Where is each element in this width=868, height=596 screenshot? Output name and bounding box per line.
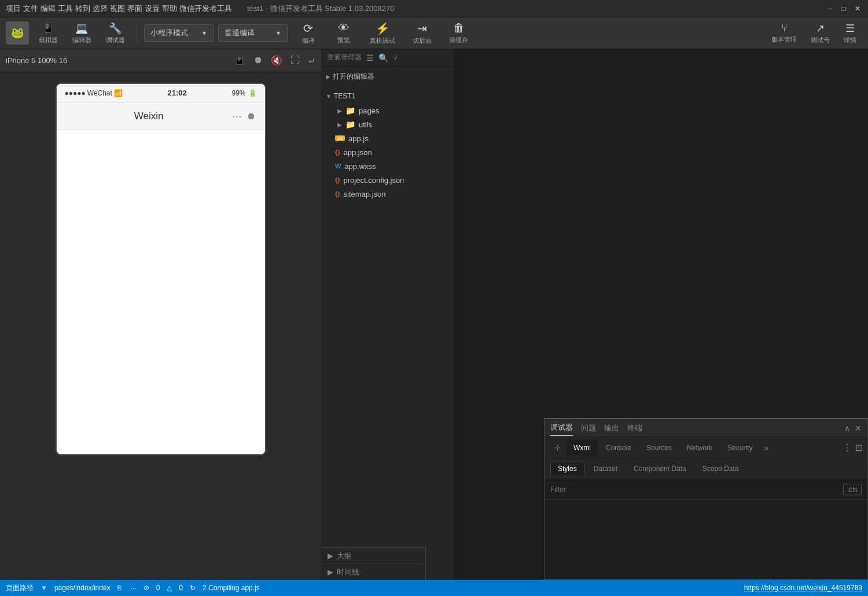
debugger-icon: 🔧 (109, 22, 122, 35)
devtools-settings: ⋮ ⊡ (843, 442, 863, 453)
csdn-url[interactable]: https://blog.csdn.net/weixin_44519789 (744, 584, 862, 592)
mode-dropdown[interactable]: 小程序模式 ▼ (144, 24, 214, 42)
menu-project[interactable]: 项目 (6, 3, 21, 14)
clear-cache-button[interactable]: 🗑 清缓存 (442, 19, 475, 47)
simulator-icon: 📱 (42, 22, 54, 35)
close-button[interactable]: ✕ (853, 4, 862, 13)
compile-action-label: 编译 (302, 36, 315, 45)
tree-search-icon[interactable]: 🔍 (378, 53, 388, 62)
scope-data-tab[interactable]: Scope Data (696, 462, 746, 475)
terminal-tab[interactable]: 终端 (627, 421, 642, 436)
status-right: 99% 🔋 (231, 89, 256, 97)
menu-help[interactable]: 帮助 (162, 3, 177, 14)
sources-tab[interactable]: Sources (639, 440, 679, 456)
project-config-file[interactable]: {} project.config.json (321, 173, 454, 187)
devtools-cursor-icon[interactable]: ⊹ (549, 440, 565, 456)
panel-expand-icon[interactable]: ∧ (844, 424, 850, 433)
cls-button[interactable]: .cls (843, 484, 862, 495)
copy-path-icon[interactable]: ⎘ (117, 584, 122, 592)
more-tabs-button[interactable]: » (760, 443, 772, 452)
utils-folder[interactable]: ▶ 📁 utils (321, 117, 454, 131)
simulator-label: 模拟器 (39, 36, 58, 45)
app-json-file[interactable]: {} app.json (321, 145, 454, 159)
pages-folder[interactable]: ▶ 📁 pages (321, 104, 454, 117)
menu-edit[interactable]: 编辑 (41, 3, 56, 14)
tree-git-icon[interactable]: ⑂ (393, 53, 398, 62)
sound-icon[interactable]: 🔇 (271, 55, 282, 66)
detail-icon: ☰ (845, 22, 855, 35)
version-manager-button[interactable]: ⑂ 版本管理 (766, 20, 803, 46)
timeline-item[interactable]: ▶ 时间线 (322, 564, 425, 580)
filter-input[interactable] (550, 485, 843, 494)
menu-view[interactable]: 视图 (110, 3, 125, 14)
menu-tools[interactable]: 工具 (58, 3, 73, 14)
real-debug-label: 真机调试 (370, 36, 395, 45)
outline-section: ▶ 大纲 ▶ 时间线 (322, 547, 426, 580)
json-file-icon-1: {} (335, 149, 340, 156)
record-nav-button[interactable]: ⏺ (247, 111, 256, 122)
path-separator: ▼ (41, 584, 47, 592)
record-icon[interactable]: ⏺ (253, 55, 263, 66)
preview-button[interactable]: 👁 预览 (328, 19, 359, 47)
menu-settings[interactable]: 设置 (145, 3, 160, 14)
more-status-icon[interactable]: ··· (131, 584, 137, 592)
real-debug-button[interactable]: ⚡ 真机调试 (363, 19, 402, 47)
battery-icon: 🔋 (248, 89, 257, 97)
compile-status: 2 Compiling app.js (203, 584, 260, 592)
menu-select[interactable]: 选择 (93, 3, 108, 14)
signal-indicator: ●●●●● (65, 89, 86, 97)
filter-bar: .cls (545, 479, 867, 500)
security-tab[interactable]: Security (720, 440, 759, 456)
toolbar-actions: ⟳ 编译 👁 预览 ⚡ 真机调试 ⇥ 切后台 🗑 清缓存 (292, 19, 475, 47)
output-tab[interactable]: 输出 (604, 421, 619, 436)
simulator-tool-button[interactable]: 📱 模拟器 (34, 20, 62, 47)
detail-button[interactable]: ☰ 详情 (838, 20, 862, 47)
resource-manager-label: 资源管理器 (327, 53, 362, 62)
open-editors-header[interactable]: ▶ 打开的编辑器 (321, 69, 454, 84)
component-data-tab[interactable]: Component Data (627, 462, 693, 475)
fullscreen-icon[interactable]: ⛶ (290, 55, 300, 66)
styles-tab[interactable]: Styles (550, 462, 584, 475)
compile-dropdown[interactable]: 普通编译 ▼ (218, 24, 288, 42)
tree-list-icon[interactable]: ☰ (366, 53, 374, 62)
menu-wechat-devtools[interactable]: 微信开发者工具 (179, 3, 232, 14)
devtools-options-icon[interactable]: ⋮ (843, 442, 852, 453)
menu-interface[interactable]: 界面 (127, 3, 142, 14)
menu-goto[interactable]: 转到 (75, 3, 90, 14)
sitemap-file[interactable]: {} sitemap.json (321, 187, 454, 201)
devtools-tabs: ⊹ Wxml Console Sources Network Security … (545, 437, 867, 458)
rotate-icon[interactable]: ⤾ (308, 55, 315, 66)
utils-folder-icon: 📁 (345, 120, 355, 129)
debugger-tool-button[interactable]: 🔧 调试器 (101, 20, 130, 47)
maximize-button[interactable]: □ (839, 4, 848, 13)
project-name: TEST1 (334, 92, 355, 100)
editor-tool-button[interactable]: 💻 编辑器 (67, 20, 96, 47)
test-num-button[interactable]: ↗ 测试号 (805, 20, 836, 47)
right-actions: ⑂ 版本管理 ↗ 测试号 ☰ 详情 (766, 20, 862, 47)
console-tab[interactable]: Console (599, 440, 638, 456)
devtools-dock-icon[interactable]: ⊡ (855, 442, 863, 453)
wxml-tab[interactable]: Wxml (567, 440, 598, 456)
more-button[interactable]: ··· (232, 109, 242, 123)
avatar-button[interactable]: 🐸 (6, 21, 29, 45)
toolbar-separator-1 (137, 23, 137, 43)
switch-backend-button[interactable]: ⇥ 切后台 (406, 19, 439, 47)
problems-tab[interactable]: 问题 (581, 421, 596, 436)
phone-icon[interactable]: 📱 (234, 55, 245, 66)
toolbar: 🐸 📱 模拟器 💻 编辑器 🔧 调试器 小程序模式 ▼ 普通编译 ▼ ⟳ 编译 … (0, 17, 868, 49)
debugger-tab[interactable]: 调试器 (550, 420, 573, 436)
panel-close-icon[interactable]: ✕ (855, 424, 862, 433)
project-header[interactable]: ▼ TEST1 (321, 89, 454, 104)
network-tab[interactable]: Network (680, 440, 719, 456)
app-js-file[interactable]: JS app.js (321, 131, 454, 145)
dataset-tab[interactable]: Dataset (587, 462, 624, 475)
compile-button[interactable]: ⟳ 编译 (292, 19, 324, 47)
menu-file[interactable]: 文件 (23, 3, 38, 14)
outline-item[interactable]: ▶ 大纲 (322, 548, 425, 564)
warning-count: 0 (179, 584, 183, 592)
pages-folder-icon: 📁 (345, 106, 355, 115)
mode-label: 小程序模式 (150, 28, 188, 38)
status-right: https://blog.csdn.net/weixin_44519789 (744, 584, 862, 592)
app-wxss-file[interactable]: W app.wxss (321, 159, 454, 173)
minimize-button[interactable]: ─ (825, 4, 834, 13)
